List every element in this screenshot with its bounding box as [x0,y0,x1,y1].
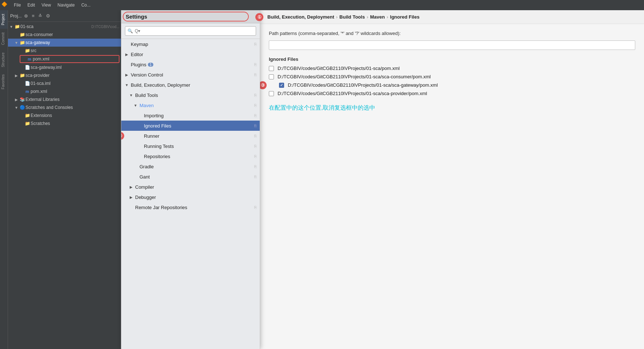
copy-icon: ⎘ [254,205,257,209]
settings-item-debugger[interactable]: ▶ Debugger [121,192,260,202]
app-container: 🔶 File Edit View Navigate Co... Project … [0,0,644,349]
path-pattern-input[interactable] [269,40,635,50]
tree-label: External Libraries [25,97,119,102]
settings-item-repositories[interactable]: Repositories ⎘ [121,151,260,161]
arrow-icon [19,114,24,118]
arrow-icon: ▼ [14,41,19,45]
tree-item-ext-lib[interactable]: ▶ 📚 External Libraries [8,95,121,103]
bc-build: Build, Execution, Deployment [267,14,334,20]
tree-item-extensions[interactable]: 📁 Extensions [8,111,121,119]
file-checkbox-2[interactable] [269,74,274,79]
left-area: Project Commit Structure Favorites Proj.… [0,10,121,349]
folder-icon: 📁 [14,24,20,29]
tree-item-scratches-consoles[interactable]: ▼ 🔵 Scratches and Consoles [8,103,121,111]
tree-item-sca-gateway[interactable]: ▼ 📁 sca-gateway [8,39,121,47]
item-label: Remote Jar Repositories [135,205,187,210]
tree-item-scratches[interactable]: 📁 Scratches [8,119,121,128]
settings-item-editor[interactable]: ▶ Editor [121,49,260,59]
tree-item-src[interactable]: 📁 src [8,47,121,55]
settings-item-build-tools[interactable]: ▼ Build Tools ⎘ [121,90,260,100]
menu-edit[interactable]: Edit [24,1,38,9]
menu-view[interactable]: View [39,1,54,9]
copy-icon: ⎘ [254,134,257,138]
tree-label: sca-gateway.iml [31,65,119,70]
arrow-icon: ▶ [129,195,134,199]
settings-item-plugins[interactable]: Plugins 1 ⎘ [121,59,260,70]
menu-file[interactable]: File [11,1,24,9]
settings-item-version-control[interactable]: ▶ Version Control ⎘ [121,70,260,80]
tree-item-pom-root[interactable]: m pom.xml [8,87,121,95]
settings-tree: Keymap ⎘ ▶ Editor Plugins 1 ⎘ ▶ Version … [121,39,260,349]
file-row-2: D:/TCGBIV/codes/GitCGB2110IVProjects/01-… [269,74,635,79]
file-path-1: D:/TCGBIV/codes/GitCGB2110IVProjects/01-… [278,66,400,71]
tree-label: pom.xml [31,89,119,94]
tree-item-sca-consumer[interactable]: 📁 sca-consumer [8,31,121,39]
arrow-icon: ▼ [9,25,14,29]
tree-label: src [31,48,119,53]
settings-item-running-tests[interactable]: Running Tests ⎘ [121,141,260,151]
arrow-icon: ▼ [14,106,19,110]
settings-item-runner[interactable]: Runner ⎘ [126,131,260,141]
item-label: Gant [140,174,150,180]
tree-item-01sca[interactable]: ▼ 📁 01-sca D:\TCGBIV\cod... [8,23,121,31]
content-body: Path patterns (comma-separated, '*' and … [260,24,644,349]
settings-search-area: 🔍 [121,23,260,39]
annotation-text: 在配置中的这个位置,取消复选框中的选中 [269,104,635,112]
menu-code[interactable]: Co... [78,1,93,9]
settings-item-ignored-files[interactable]: Ignored Files ⎘ [121,121,260,131]
folder-icon: 📁 [24,113,31,118]
tree-label: Extensions [31,113,119,118]
arrow-icon: ▶ [124,52,129,56]
settings-item-keymap[interactable]: Keymap ⎘ [121,39,260,49]
add-icon[interactable]: ⊕ [23,12,29,19]
bc-maven: Maven [370,14,385,20]
file-checkbox-4[interactable] [269,91,274,96]
item-label: Repositories [144,154,170,159]
settings-item-importing[interactable]: Importing ⎘ [121,110,260,121]
step2-badge: ② [121,132,124,140]
tree-item-01sca-iml[interactable]: 📄 01-sca.iml [8,79,121,87]
file-checkbox-1[interactable] [269,66,274,71]
file-row-3: ③ D:/TCGBIV/codes/GitCGB2110IVProjects/0… [269,82,635,88]
sort-icon[interactable]: ≛ [37,12,43,19]
item-label: Keymap [131,42,148,47]
copy-icon: ⎘ [254,123,257,128]
settings-item-build-exec[interactable]: ▼ Build, Execution, Deploymer [121,80,260,90]
settings-item-compiler[interactable]: ▶ Compiler [121,182,260,192]
bc-sep2: › [367,14,368,20]
settings-item-remote-jar[interactable]: Remote Jar Repositories ⎘ [121,202,260,212]
tab-favorites[interactable]: Favorites [0,71,8,93]
tree-label: Scratches [31,121,119,126]
arrow-icon [124,42,129,46]
step2-wrapper: ② Runner ⎘ [121,131,260,141]
settings-title: Settings [126,13,147,20]
tab-structure[interactable]: Structure [0,49,8,71]
list-icon[interactable]: ≡ [31,12,36,19]
item-label: Build Tools [135,93,158,98]
menu-navigate[interactable]: Navigate [55,1,78,9]
tree-path: D:\TCGBIV\cod... [91,25,119,29]
settings-search-input[interactable] [125,26,256,36]
project-label: Proj... [10,13,21,19]
item-label: Build, Execution, Deploymer [131,82,190,88]
arrow-icon: ▼ [129,93,134,97]
settings-title-bar: Settings ① [121,10,260,23]
settings-item-gant[interactable]: Gant ⎘ [121,172,260,182]
tab-commit[interactable]: Commit [0,29,8,48]
tree-label: pom.xml [33,56,117,62]
tree-item-gateway-iml[interactable]: 📄 sca-gateway.iml [8,63,121,71]
tree-label: sca-gateway [25,40,119,45]
settings-item-gradle[interactable]: Gradle ⎘ [121,161,260,172]
copy-icon: ⎘ [254,164,257,169]
arrow-icon [133,165,138,169]
tree-item-sca-provider[interactable]: ▶ 📁 sca-provider [8,71,121,79]
item-label: Importing [144,113,164,118]
settings-item-maven[interactable]: ▼ Maven ⎘ [121,100,260,110]
item-label: Compiler [135,184,154,190]
file-checkbox-3[interactable] [279,83,284,88]
arrow-icon [19,66,24,70]
project-panel: Proj... ⊕ ≡ ≛ ⚙ ▼ 📁 01-sca D:\TCGBIV\cod… [8,10,121,349]
tab-project[interactable]: Project [0,10,8,29]
settings-icon[interactable]: ⚙ [45,12,51,19]
tree-item-pom-gateway[interactable]: m pom.xml [20,55,119,63]
